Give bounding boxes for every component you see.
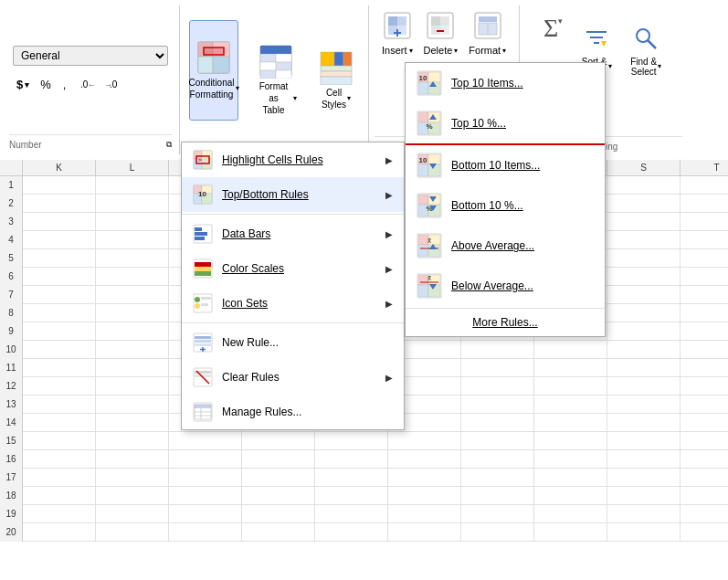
top-bottom-submenu: 10 Top 10 Items... % Top 10 %... bbox=[405, 62, 606, 337]
svg-rect-65 bbox=[195, 237, 205, 240]
cell-styles-button[interactable]: Cell Styles ▾ bbox=[311, 30, 361, 131]
increase-decimal-button[interactable]: .0← bbox=[77, 75, 99, 95]
format-icon bbox=[473, 11, 502, 43]
highlight-cells-label: Highlight Cells Rules bbox=[222, 153, 376, 166]
svg-rect-8 bbox=[213, 57, 229, 73]
cf-menu-item-clear-rules[interactable]: Clear Rules ▶ bbox=[182, 360, 404, 395]
svg-rect-68 bbox=[195, 267, 211, 271]
submenu-item-below-avg[interactable]: x̄ Below Average... bbox=[406, 266, 605, 306]
format-as-table-button[interactable]: Format as Table ▾ bbox=[251, 30, 301, 131]
svg-text:10: 10 bbox=[198, 190, 206, 198]
svg-rect-12 bbox=[260, 54, 276, 62]
sep2 bbox=[368, 5, 369, 154]
svg-rect-26 bbox=[397, 16, 406, 26]
submenu-item-top10items[interactable]: 10 Top 10 Items... bbox=[406, 63, 605, 103]
cs-arrow: ▾ bbox=[347, 94, 351, 102]
table-row: 16 bbox=[0, 450, 728, 469]
color-scales-icon bbox=[193, 258, 213, 279]
svg-rect-20 bbox=[343, 52, 352, 66]
number-group-label: Number ⧉ bbox=[9, 134, 172, 154]
cf-menu-item-color-scales[interactable]: Color Scales ▶ bbox=[182, 251, 404, 286]
svg-rect-78 bbox=[195, 343, 211, 346]
highlight-cells-icon: > bbox=[193, 150, 213, 170]
svg-rect-108 bbox=[418, 164, 428, 176]
insert-icon bbox=[383, 11, 412, 43]
svg-rect-9 bbox=[204, 47, 224, 55]
percent-button[interactable]: % bbox=[36, 76, 56, 93]
format-as-table-group: Format as Table ▾ bbox=[246, 2, 306, 158]
submenu-item-above-avg[interactable]: x̄ Above Average... bbox=[406, 226, 605, 266]
svg-rect-64 bbox=[195, 232, 207, 236]
conditional-formatting-button[interactable]: Conditional Formatting ▾ bbox=[189, 20, 238, 121]
submenu-item-more-rules[interactable]: More Rules... bbox=[406, 308, 605, 336]
clear-rules-arrow: ▶ bbox=[385, 373, 393, 383]
svg-point-72 bbox=[195, 303, 200, 309]
table-row: 17 bbox=[0, 469, 728, 487]
cf-menu-divider-1 bbox=[182, 214, 404, 215]
conditional-formatting-icon bbox=[196, 40, 231, 75]
bottom10pct-label: Bottom 10 %... bbox=[451, 199, 523, 212]
svg-text:>: > bbox=[198, 157, 202, 163]
currency-button[interactable]: $▾ bbox=[13, 76, 33, 93]
cell-styles-icon bbox=[319, 50, 353, 85]
svg-rect-15 bbox=[276, 62, 291, 70]
svg-marker-46 bbox=[601, 41, 607, 47]
manage-rules-label: Manage Rules... bbox=[222, 406, 393, 418]
fat-arrow: ▾ bbox=[293, 94, 297, 102]
above-avg-label: Above Average... bbox=[451, 239, 534, 252]
format-as-table-icon bbox=[258, 44, 293, 79]
cf-menu-item-highlight-cells[interactable]: > Highlight Cells Rules ▶ bbox=[182, 142, 404, 177]
submenu-item-bottom10items[interactable]: 10 Bottom 10 Items... bbox=[406, 145, 605, 185]
new-rule-icon bbox=[193, 332, 213, 353]
insert-button[interactable]: Insert ▾ bbox=[378, 45, 417, 56]
cf-menu-item-data-bars[interactable]: Data Bars ▶ bbox=[182, 216, 404, 251]
number-format-dropdown[interactable]: General bbox=[13, 46, 168, 66]
top-bottom-icon: 10 bbox=[193, 185, 213, 205]
svg-rect-17 bbox=[276, 70, 291, 79]
svg-rect-38 bbox=[479, 16, 497, 22]
bottom10pct-icon: % bbox=[417, 193, 442, 218]
submenu-item-bottom10pct[interactable]: % Bottom 10 %... bbox=[406, 185, 605, 226]
comma-button[interactable]: , bbox=[58, 76, 71, 93]
svg-rect-21 bbox=[321, 66, 352, 71]
data-bars-arrow: ▶ bbox=[385, 229, 393, 239]
svg-rect-67 bbox=[195, 262, 211, 267]
col-s: S bbox=[607, 160, 681, 176]
data-bars-label: Data Bars bbox=[222, 227, 376, 240]
cf-menu-item-icon-sets[interactable]: Icon Sets ▶ bbox=[182, 286, 404, 321]
clear-rules-icon bbox=[193, 367, 213, 387]
decrease-decimal-button[interactable]: →.0 bbox=[100, 75, 122, 95]
find-select-label: Find & Select bbox=[630, 57, 657, 77]
new-rule-label: New Rule... bbox=[222, 336, 393, 349]
cf-menu-item-new-rule[interactable]: New Rule... bbox=[182, 325, 404, 360]
delete-button[interactable]: Delete ▾ bbox=[420, 45, 462, 56]
svg-rect-7 bbox=[198, 57, 213, 73]
svg-rect-16 bbox=[260, 70, 276, 79]
svg-text:Σ: Σ bbox=[543, 14, 558, 42]
svg-rect-33 bbox=[440, 16, 449, 26]
svg-rect-93 bbox=[428, 72, 440, 82]
svg-rect-51 bbox=[202, 151, 212, 159]
icon-sets-icon bbox=[193, 293, 213, 313]
bottom10items-icon: 10 bbox=[417, 153, 442, 178]
svg-text:▾: ▾ bbox=[558, 16, 563, 26]
sep1 bbox=[179, 5, 180, 154]
format-button[interactable]: Format ▾ bbox=[465, 45, 510, 56]
svg-point-47 bbox=[637, 29, 649, 42]
number-expand-button[interactable]: ⧉ bbox=[166, 140, 172, 150]
svg-rect-32 bbox=[431, 16, 440, 26]
svg-rect-22 bbox=[321, 71, 352, 77]
svg-rect-131 bbox=[418, 285, 428, 297]
submenu-item-top10pct[interactable]: % Top 10 %... bbox=[406, 103, 605, 143]
sum-icon: Σ ▾ bbox=[540, 9, 569, 50]
svg-rect-11 bbox=[260, 46, 291, 54]
svg-rect-19 bbox=[334, 52, 343, 66]
number-group: General $▾ % , .0← →.0 bbox=[4, 2, 177, 158]
find-select-button[interactable]: Find & Select ▾ bbox=[624, 9, 668, 91]
cf-menu-item-manage-rules[interactable]: Manage Rules... bbox=[182, 395, 404, 429]
cf-menu-item-top-bottom[interactable]: 10 Top/Bottom Rules ▶ bbox=[182, 177, 404, 212]
clear-rules-label: Clear Rules bbox=[222, 371, 376, 384]
svg-rect-14 bbox=[260, 62, 276, 70]
conditional-formatting-group: Conditional Formatting ▾ bbox=[182, 2, 246, 158]
svg-rect-76 bbox=[195, 336, 211, 339]
